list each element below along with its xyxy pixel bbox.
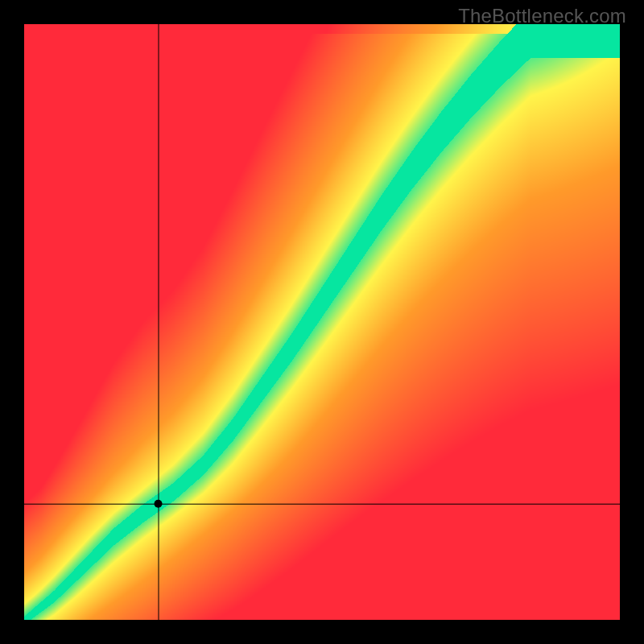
heatmap-canvas <box>0 0 644 644</box>
watermark-text: TheBottleneck.com <box>458 5 626 27</box>
bottleneck-heatmap: TheBottleneck.com <box>0 0 644 644</box>
